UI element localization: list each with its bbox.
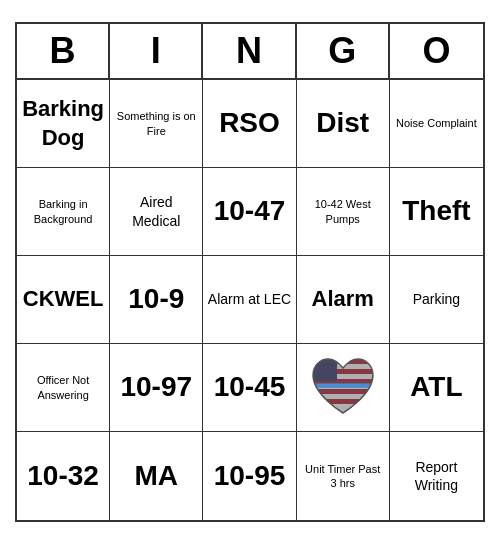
cell-text: 10-97: [120, 369, 192, 405]
bingo-cell: Aired Medical: [110, 168, 203, 256]
cell-text: Theft: [402, 193, 470, 229]
cell-text: Parking: [413, 290, 460, 308]
cell-text: Barking in Background: [21, 197, 105, 226]
header-letter: G: [297, 24, 390, 78]
cell-text: Aired Medical: [114, 193, 198, 229]
bingo-grid: Barking DogSomething is on FireRSODistNo…: [17, 80, 483, 520]
bingo-cell: CKWEL: [17, 256, 110, 344]
flag-heart-icon: [308, 355, 378, 420]
header-letter: N: [203, 24, 296, 78]
bingo-cell: Alarm: [297, 256, 390, 344]
bingo-cell: Report Writing: [390, 432, 483, 520]
bingo-cell: 10-95: [203, 432, 296, 520]
cell-text: 10-95: [214, 458, 286, 494]
bingo-cell: Something is on Fire: [110, 80, 203, 168]
cell-text: 10-32: [27, 458, 99, 494]
cell-text: RSO: [219, 105, 280, 141]
cell-text: Something is on Fire: [114, 109, 198, 138]
cell-text: CKWEL: [23, 285, 104, 314]
bingo-cell: 10-32: [17, 432, 110, 520]
cell-text: Report Writing: [394, 458, 479, 494]
header-letter: B: [17, 24, 110, 78]
cell-text: Noise Complaint: [396, 116, 477, 130]
cell-text: Unit Timer Past 3 hrs: [301, 462, 385, 491]
cell-text: Alarm: [312, 285, 374, 314]
cell-text: Dist: [316, 105, 369, 141]
cell-text: Officer Not Answering: [21, 373, 105, 402]
bingo-cell: Unit Timer Past 3 hrs: [297, 432, 390, 520]
bingo-cell: RSO: [203, 80, 296, 168]
bingo-cell: Officer Not Answering: [17, 344, 110, 432]
cell-text: Barking Dog: [21, 95, 105, 152]
bingo-cell: Barking in Background: [17, 168, 110, 256]
bingo-cell: 10-97: [110, 344, 203, 432]
cell-text: Alarm at LEC: [208, 290, 291, 308]
bingo-cell: Alarm at LEC: [203, 256, 296, 344]
header-letter: O: [390, 24, 483, 78]
bingo-card: BINGO Barking DogSomething is on FireRSO…: [15, 22, 485, 522]
bingo-cell: Parking: [390, 256, 483, 344]
bingo-cell: ATL: [390, 344, 483, 432]
cell-text: 10-47: [214, 193, 286, 229]
bingo-cell: Dist: [297, 80, 390, 168]
bingo-header: BINGO: [17, 24, 483, 80]
bingo-cell: Theft: [390, 168, 483, 256]
bingo-cell: Noise Complaint: [390, 80, 483, 168]
cell-text: 10-42 West Pumps: [301, 197, 385, 226]
bingo-cell: MA: [110, 432, 203, 520]
cell-text: ATL: [410, 369, 462, 405]
bingo-cell: 10-45: [203, 344, 296, 432]
bingo-cell: Barking Dog: [17, 80, 110, 168]
bingo-cell: 10-42 West Pumps: [297, 168, 390, 256]
cell-text: 10-9: [128, 281, 184, 317]
cell-text: 10-45: [214, 369, 286, 405]
bingo-cell: 10-9: [110, 256, 203, 344]
bingo-cell: 10-47: [203, 168, 296, 256]
bingo-cell: [297, 344, 390, 432]
cell-text: MA: [135, 458, 179, 494]
svg-rect-14: [313, 384, 373, 388]
header-letter: I: [110, 24, 203, 78]
